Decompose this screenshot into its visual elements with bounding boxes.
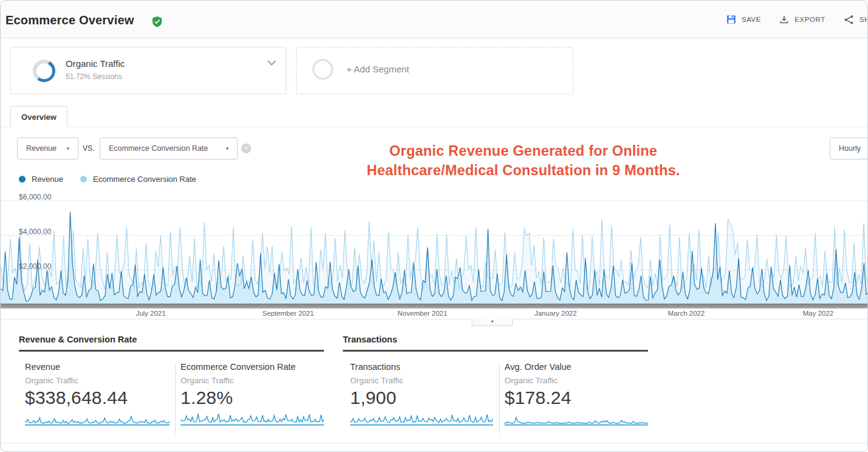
metric-card-revenue[interactable]: Revenue Organic Traffic $338,648.44 bbox=[25, 362, 170, 426]
card-divider bbox=[499, 363, 500, 434]
x-label-may2022: May 2022 bbox=[803, 310, 834, 317]
export-icon bbox=[779, 15, 789, 24]
annotation-heading: Organic Revenue Generated for Online Hea… bbox=[262, 141, 785, 180]
remove-metric-icon[interactable]: ✕ bbox=[241, 144, 251, 153]
primary-metric-dropdown[interactable]: Revenue ▼ bbox=[17, 137, 78, 159]
export-label: EXPORT bbox=[794, 16, 825, 23]
sparkline-aov bbox=[505, 412, 648, 426]
card-title: Ecommerce Conversion Rate bbox=[181, 362, 324, 372]
share-label: SH bbox=[859, 16, 868, 23]
add-segment-label: + Add Segment bbox=[346, 64, 409, 74]
section-transactions: Transactions bbox=[343, 335, 648, 352]
card-segment: Organic Traffic bbox=[25, 376, 170, 385]
annotation-line1: Organic Revenue Generated for Online bbox=[262, 141, 785, 161]
card-value: 1,900 bbox=[350, 388, 493, 408]
card-segment: Organic Traffic bbox=[505, 376, 648, 385]
sparkline-transactions bbox=[350, 412, 493, 426]
header: Ecommerce Overview SAVE EXPORT bbox=[1, 1, 867, 38]
timeline-chart bbox=[1, 190, 868, 307]
export-button[interactable]: EXPORT bbox=[779, 15, 825, 24]
save-button[interactable]: SAVE bbox=[726, 15, 761, 24]
tab-overview[interactable]: Overview bbox=[10, 106, 67, 127]
share-button[interactable]: SH bbox=[844, 15, 868, 25]
tab-overview-label: Overview bbox=[21, 113, 57, 122]
card-segment: Organic Traffic bbox=[181, 376, 324, 385]
legend-dot-conversion bbox=[80, 176, 87, 183]
segment-detail: 51.72% Sessions bbox=[66, 72, 122, 81]
card-title: Revenue bbox=[25, 362, 170, 372]
y-tick-2000: $2,000.00 bbox=[19, 262, 51, 271]
metric-card-aov[interactable]: Avg. Order Value Organic Traffic $178.24 bbox=[505, 362, 648, 426]
tab-strip-divider bbox=[1, 127, 867, 127]
card-divider bbox=[175, 363, 176, 434]
chart-legend: Revenue Ecommerce Conversion Rate bbox=[19, 175, 196, 184]
x-label-nov2021: November 2021 bbox=[398, 310, 447, 317]
x-label-jan2022: January 2022 bbox=[534, 310, 577, 317]
section-revenue-conversion: Revenue & Conversion Rate bbox=[19, 335, 324, 352]
page-title: Ecommerce Overview bbox=[5, 13, 134, 27]
sparkline-revenue bbox=[25, 412, 170, 426]
card-value: 1.28% bbox=[181, 388, 324, 408]
x-label-jul2021: July 2021 bbox=[136, 310, 165, 317]
metric-card-transactions[interactable]: Transactions Organic Traffic 1,900 bbox=[350, 362, 493, 426]
card-segment: Organic Traffic bbox=[350, 376, 493, 385]
active-segment[interactable]: Organic Traffic 51.72% Sessions bbox=[10, 47, 286, 94]
x-label-sep2021: September 2021 bbox=[262, 310, 314, 317]
timeline-expander-button[interactable]: ▼ bbox=[472, 319, 513, 326]
add-segment-button[interactable]: + Add Segment bbox=[296, 47, 573, 94]
timeline-chart-area[interactable] bbox=[1, 190, 868, 307]
card-value: $178.24 bbox=[505, 388, 648, 408]
primary-metric-label: Revenue bbox=[26, 144, 57, 153]
vs-label: VS. bbox=[83, 137, 94, 159]
granularity-label: Hourly bbox=[839, 144, 861, 153]
save-label: SAVE bbox=[742, 16, 761, 23]
sparkline-conversion bbox=[181, 412, 324, 426]
card-title: Avg. Order Value bbox=[505, 362, 648, 372]
y-tick-6000: $6,000.00 bbox=[19, 193, 51, 201]
granularity-hourly-button[interactable]: Hourly bbox=[830, 137, 868, 159]
chevron-down-icon[interactable] bbox=[265, 56, 278, 69]
caret-down-icon: ▼ bbox=[225, 146, 230, 151]
footer-divider bbox=[1, 443, 867, 443]
legend-label-conversion: Ecommerce Conversion Rate bbox=[93, 175, 196, 184]
verified-shield-icon bbox=[151, 16, 163, 27]
segment-donut-icon bbox=[33, 60, 55, 82]
ecommerce-overview-page: Ecommerce Overview SAVE EXPORT bbox=[0, 0, 868, 452]
chart-bottom-divider bbox=[1, 319, 867, 319]
save-icon bbox=[726, 15, 736, 24]
legend-item-revenue: Revenue bbox=[19, 175, 63, 184]
legend-dot-revenue bbox=[19, 176, 26, 183]
metric-card-conversion[interactable]: Ecommerce Conversion Rate Organic Traffi… bbox=[181, 362, 324, 426]
annotation-line2: Healthcare/Medical Consultation in 9 Mon… bbox=[262, 161, 785, 180]
add-segment-circle-icon bbox=[312, 59, 333, 80]
share-icon bbox=[844, 15, 854, 25]
legend-item-conversion: Ecommerce Conversion Rate bbox=[80, 175, 196, 184]
header-actions: SAVE EXPORT SH bbox=[726, 1, 868, 38]
x-axis-bar[interactable] bbox=[1, 304, 867, 308]
segment-name: Organic Traffic bbox=[66, 58, 125, 69]
caret-down-icon: ▼ bbox=[66, 146, 71, 151]
secondary-metric-label: Ecommerce Conversion Rate bbox=[109, 144, 208, 153]
x-label-mar2022: March 2022 bbox=[668, 310, 705, 317]
card-title: Transactions bbox=[350, 362, 493, 372]
y-tick-4000: $4,000.00 bbox=[19, 228, 51, 236]
secondary-metric-dropdown[interactable]: Ecommerce Conversion Rate ▼ bbox=[100, 137, 238, 159]
card-value: $338,648.44 bbox=[25, 388, 170, 408]
legend-label-revenue: Revenue bbox=[32, 175, 63, 184]
